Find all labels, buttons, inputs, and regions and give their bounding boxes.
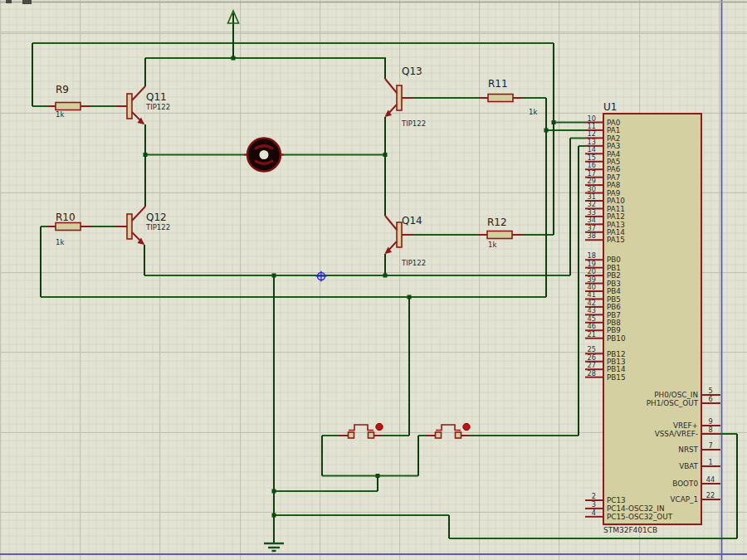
pin-name: NRST: [678, 446, 698, 454]
resistor-value: 1k: [529, 108, 537, 116]
button-cap: [436, 425, 461, 431]
top-edge-artifacts: [0, 0, 747, 4]
button-actuator-dot[interactable]: [463, 423, 470, 430]
pin-number: 1: [708, 458, 712, 466]
top-nub: [22, 0, 32, 4]
pin-number: 3: [592, 500, 596, 509]
resistor-ref: R12: [487, 217, 507, 228]
pin-number: 44: [706, 475, 715, 484]
button-terminal: [349, 432, 354, 438]
resistor-body: [487, 231, 512, 239]
button-terminal: [369, 432, 374, 438]
pin-name: BOOT0: [672, 480, 698, 488]
resistor-ref: R9: [56, 84, 69, 95]
resistor-body: [488, 95, 513, 102]
pin-name: PA15: [607, 236, 625, 244]
dc-motor[interactable]: [244, 139, 284, 172]
pin-number: 21: [588, 330, 596, 338]
motor-shaft: [260, 150, 269, 159]
pin-number: 9: [708, 417, 712, 426]
resistor-r10[interactable]: R10 1k: [48, 212, 127, 246]
chip-part-number: STM32F401CB: [603, 526, 657, 534]
transistor-ref: Q11: [146, 91, 167, 103]
pin-number: 6: [708, 395, 712, 403]
transistor-ref: Q14: [402, 215, 422, 226]
transistor-q12[interactable]: Q12 TIP122: [127, 207, 170, 245]
resistor-value: 1k: [56, 238, 64, 246]
ground-symbol[interactable]: [264, 543, 284, 551]
push-button-2[interactable]: [426, 423, 470, 438]
schematic-canvas[interactable]: R9 1k R10 1k R11 1k R12 1k Q11 TIP122: [0, 0, 747, 560]
mcu-u1[interactable]: U1 STM32F401CB 10PA011PA112PA213PA314PA4…: [585, 101, 720, 534]
transistor-value: TIP122: [401, 259, 426, 267]
button-cap: [349, 425, 374, 431]
transistor-value: TIP122: [401, 119, 426, 128]
pin-name: PH1/OSC_OUT: [647, 399, 699, 407]
transistor-q14[interactable]: Q14 TIP122: [385, 215, 427, 267]
pin-number: 28: [588, 369, 596, 377]
pin-name: PC13: [607, 496, 626, 504]
button-terminal: [436, 432, 442, 438]
pin-name: PC14-OSC32_IN: [607, 504, 664, 513]
transistor-ref: Q12: [146, 212, 167, 223]
resistor-ref: R11: [488, 78, 508, 90]
transistor-value: TIP122: [145, 103, 170, 111]
pin-name: VBAT: [679, 462, 698, 470]
chip-ref: U1: [603, 101, 617, 113]
pin-number: 7: [708, 441, 712, 450]
push-button-1[interactable]: [339, 423, 383, 438]
junction-dots: [144, 56, 556, 518]
pin-name: VSSA/VREF-: [655, 430, 698, 438]
transistor-q13[interactable]: Q13 TIP122: [385, 66, 427, 128]
pin-number: 4: [592, 509, 596, 517]
transistor-ref: Q13: [402, 66, 422, 77]
resistor-value: 1k: [56, 110, 64, 119]
top-nub: [6, 0, 12, 3]
pin-name: VCAP_1: [671, 495, 698, 504]
pin-name: PB15: [607, 373, 626, 382]
pin-number: 2: [592, 492, 596, 500]
resistor-body: [56, 103, 81, 110]
pin-number: 5: [708, 387, 712, 395]
transistor-value: TIP122: [145, 223, 170, 231]
pin-name: PB10: [607, 334, 626, 343]
button-actuator-dot[interactable]: [376, 423, 383, 430]
resistor-value: 1k: [488, 241, 496, 249]
pin-number: 8: [708, 426, 712, 434]
pin-name: PH0/OSC_IN: [654, 391, 698, 399]
resistor-body: [56, 223, 81, 231]
origin-marker-icon: [316, 271, 327, 282]
transistor-base-bar: [397, 85, 402, 110]
transistor-base-bar: [127, 94, 132, 119]
pin-name: PC15-OSC32_OUT: [607, 513, 673, 521]
pin-number: 22: [706, 491, 715, 499]
transistor-q11[interactable]: Q11 TIP122: [127, 86, 170, 124]
resistor-ref: R10: [56, 212, 76, 223]
button-terminal: [456, 432, 461, 438]
schematic-svg: R9 1k R10 1k R11 1k R12 1k Q11 TIP122: [0, 0, 747, 560]
pin-number: 38: [588, 231, 596, 240]
resistor-r9[interactable]: R9 1k: [47, 84, 127, 119]
transistor-base-bar: [127, 214, 132, 239]
pin-name: VREF+: [673, 421, 698, 430]
